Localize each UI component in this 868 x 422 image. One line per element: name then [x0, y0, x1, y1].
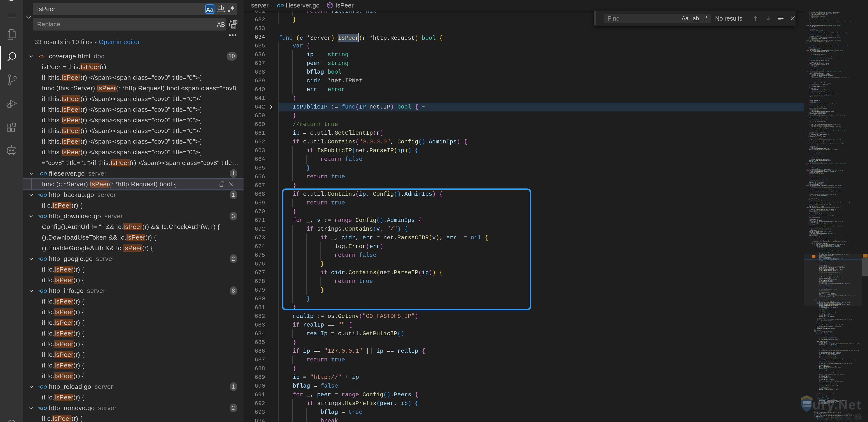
svg-text:GO: GO — [277, 3, 284, 8]
svg-text:GO: GO — [40, 406, 47, 411]
svg-text:GO: GO — [40, 257, 47, 262]
svg-text:ab: ab — [234, 21, 237, 23]
svg-text:ac: ac — [232, 26, 235, 28]
svg-text:GO: GO — [40, 385, 47, 390]
svg-text:<>: <> — [39, 54, 44, 59]
svg-text:GO: GO — [40, 193, 47, 198]
svg-text:ab: ab — [217, 5, 224, 11]
svg-text:GO: GO — [40, 171, 47, 176]
svg-text:b: b — [223, 181, 225, 184]
svg-text:GO: GO — [40, 289, 47, 294]
svg-text:c: c — [220, 184, 222, 187]
svg-text:GO: GO — [40, 214, 47, 219]
